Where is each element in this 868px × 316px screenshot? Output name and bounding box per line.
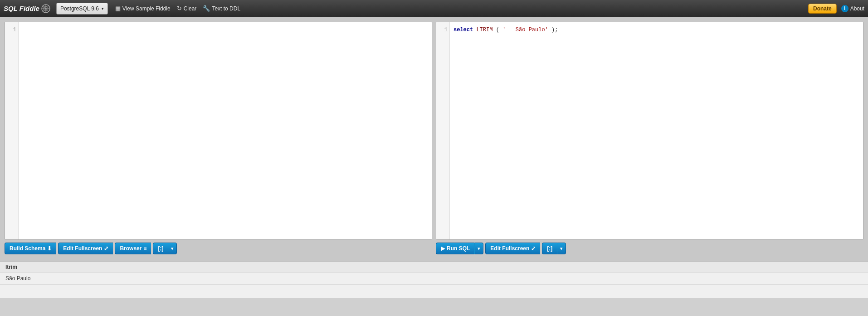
sql-btn-bar: ▶ Run SQL ▾ Edit Fullscreen ⤢ [;] ▾ <box>436 240 863 257</box>
schema-editor: 1 <box>5 22 432 240</box>
build-schema-label: Build Schema <box>10 245 45 252</box>
run-sql-label: Run SQL <box>447 245 470 252</box>
refresh-icon: ↻ <box>177 5 182 12</box>
build-schema-group: Build Schema ⬇ <box>5 243 56 254</box>
about-button[interactable]: i About <box>841 5 864 12</box>
donate-button[interactable]: Donate <box>808 4 837 14</box>
chevron-down-icon-sql: ▾ <box>560 246 563 252</box>
build-schema-button[interactable]: Build Schema ⬇ <box>5 243 56 254</box>
browser-label: Browser <box>120 245 141 252</box>
wrench-icon: 🔧 <box>203 5 210 12</box>
sql-content-display[interactable]: select LTRIM ( ' São Paulo' ); <box>450 22 863 239</box>
sql-string-value: ' São Paulo' <box>502 27 548 33</box>
schema-fullscreen-group: Edit Fullscreen ⤢ <box>58 243 113 254</box>
main-area: 1 Build Schema ⬇ Edit Fullscreen ⤢ Brows… <box>0 17 868 262</box>
schema-edit-fullscreen-button[interactable]: Edit Fullscreen ⤢ <box>58 243 113 254</box>
schema-textarea[interactable] <box>19 22 432 239</box>
sql-fullscreen-label: Edit Fullscreen <box>490 245 529 252</box>
expand-icon-sql: ⤢ <box>531 245 536 252</box>
schema-semicolon-group: [;] ▾ <box>153 243 177 254</box>
navbar: SQL Fiddle PostgreSQL 9.6 ▾ ▦ View Sampl… <box>0 0 868 17</box>
results-header: ltrim <box>0 262 868 272</box>
sql-fullscreen-group: Edit Fullscreen ⤢ <box>485 243 540 254</box>
sql-close-paren: ); <box>551 27 558 33</box>
expand-icon: ⤢ <box>104 245 108 252</box>
run-sql-group: ▶ Run SQL ▾ <box>436 243 483 254</box>
chevron-down-icon: ▾ <box>102 6 104 11</box>
results-table: São Paulo <box>0 272 868 285</box>
sql-keyword-select: select <box>454 27 473 33</box>
sql-edit-fullscreen-button[interactable]: Edit Fullscreen ⤢ <box>485 243 540 254</box>
download-icon: ⬇ <box>47 245 52 252</box>
result-cell: São Paulo <box>0 272 868 285</box>
info-icon: i <box>841 5 848 12</box>
db-selector-label: PostgreSQL 9.6 <box>60 5 99 12</box>
sql-semicolon-dropdown[interactable]: ▾ <box>557 243 566 254</box>
donate-label: Donate <box>813 5 832 12</box>
run-sql-dropdown[interactable]: ▾ <box>474 243 483 254</box>
chevron-down-icon-run: ▾ <box>478 246 480 252</box>
browser-button[interactable]: Browser ≡ <box>115 243 151 254</box>
results-header-text: ltrim <box>5 264 17 270</box>
sql-line-numbers: 1 <box>436 22 450 239</box>
schema-browser-group: Browser ≡ <box>115 243 151 254</box>
logo-text: SQL Fiddle <box>4 5 39 12</box>
schema-btn-bar: Build Schema ⬇ Edit Fullscreen ⤢ Browser… <box>5 240 432 257</box>
sql-open-paren: ( <box>496 27 499 33</box>
schema-semicolon-button[interactable]: [;] <box>153 243 168 254</box>
play-icon: ▶ <box>441 245 445 252</box>
sql-semicolon-label: [;] <box>547 245 552 252</box>
sql-semicolon-button[interactable]: [;] <box>542 243 557 254</box>
clear-button[interactable]: ↻ Clear <box>177 5 197 12</box>
sql-semicolon-group: [;] ▾ <box>542 243 566 254</box>
view-sample-button[interactable]: ▦ View Sample Fiddle <box>115 5 171 12</box>
results-area: ltrim São Paulo <box>0 262 868 298</box>
logo: SQL Fiddle <box>4 4 51 14</box>
text-to-ddl-button[interactable]: 🔧 Text to DDL <box>203 5 240 12</box>
schema-panel: 1 Build Schema ⬇ Edit Fullscreen ⤢ Brows… <box>5 22 432 257</box>
view-sample-label: View Sample Fiddle <box>122 5 171 12</box>
browser-list-icon: ≡ <box>143 245 146 252</box>
table-icon: ▦ <box>115 5 121 12</box>
text-to-ddl-label: Text to DDL <box>212 5 240 12</box>
logo-icon <box>41 4 51 14</box>
sql-function-ltrim: LTRIM <box>476 27 493 33</box>
sql-line-number-1: 1 <box>438 26 448 34</box>
sql-editor: 1 select LTRIM ( ' São Paulo' ); <box>436 22 863 240</box>
db-selector[interactable]: PostgreSQL 9.6 ▾ <box>56 3 108 15</box>
schema-line-numbers: 1 <box>5 22 19 239</box>
clear-label: Clear <box>184 5 197 12</box>
run-sql-button[interactable]: ▶ Run SQL <box>436 243 474 254</box>
table-row: São Paulo <box>0 272 868 285</box>
about-label: About <box>850 5 864 12</box>
schema-fullscreen-label: Edit Fullscreen <box>63 245 102 252</box>
line-number-1: 1 <box>7 26 16 34</box>
schema-semicolon-dropdown[interactable]: ▾ <box>168 243 177 254</box>
chevron-down-icon-schema: ▾ <box>171 246 174 252</box>
sql-panel: 1 select LTRIM ( ' São Paulo' ); ▶ Run S… <box>436 22 863 257</box>
schema-semicolon-label: [;] <box>158 245 163 252</box>
